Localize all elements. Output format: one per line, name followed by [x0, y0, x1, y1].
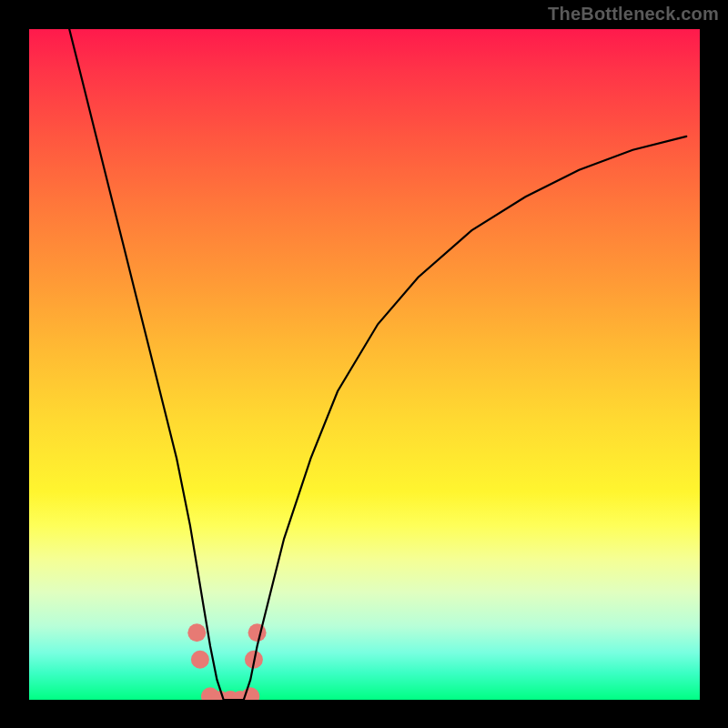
chart-frame: TheBottleneck.com — [0, 0, 728, 728]
watermark-text: TheBottleneck.com — [548, 4, 719, 25]
plot-area — [29, 29, 700, 700]
